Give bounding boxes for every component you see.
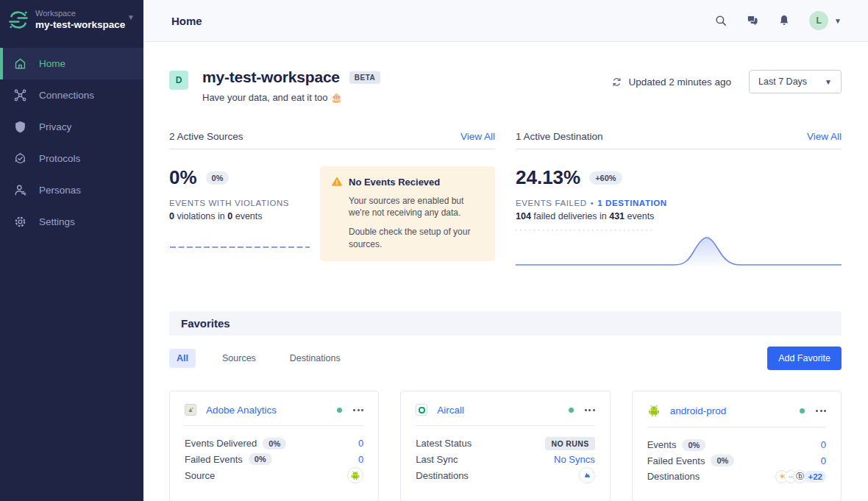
- destinations-view-all-link[interactable]: View All: [807, 131, 842, 142]
- tab-all[interactable]: All: [169, 349, 196, 368]
- card-row: Destinations: [416, 467, 594, 483]
- chat-icon: [746, 14, 759, 27]
- sources-view-all-link[interactable]: View All: [460, 131, 495, 142]
- sidebar-item-personas[interactable]: Personas: [0, 174, 143, 206]
- more-destinations-link[interactable]: +22: [804, 471, 826, 483]
- workspace-subtitle: Have your data, and eat it too 🎂: [202, 92, 380, 103]
- favorite-card-android-prod: android-prod Events 0% 0: [632, 391, 842, 501]
- rate-badge: 0%: [249, 453, 272, 465]
- card-title-link[interactable]: android-prod: [670, 405, 727, 416]
- row-value-link[interactable]: 0: [358, 438, 363, 449]
- add-favorite-button[interactable]: Add Favorite: [767, 347, 842, 370]
- tab-destinations[interactable]: Destinations: [282, 349, 348, 368]
- divider: [647, 427, 826, 427]
- card-menu-button[interactable]: [585, 406, 595, 414]
- destination-count-link[interactable]: 1 DESTINATION: [597, 199, 666, 207]
- overview-panels: 2 Active Sources View All 0% 0% EVENTS W…: [169, 131, 842, 269]
- failed-metric-label: EVENTS FAILED • 1 DESTINATION: [516, 199, 842, 207]
- updated-text: Updated 2 minutes ago: [628, 77, 731, 88]
- status-dot: [337, 408, 342, 413]
- card-row: Latest Status NO RUNS: [416, 436, 594, 452]
- main-area: Home L ▼: [143, 0, 868, 501]
- row-value-link[interactable]: 0: [358, 454, 363, 465]
- page-title: Home: [171, 15, 202, 27]
- violations-metric-label: EVENTS WITH VIOLATIONS: [169, 199, 311, 207]
- favorites-header: Favorites: [169, 311, 842, 335]
- sidebar-item-settings[interactable]: Settings: [0, 206, 143, 238]
- row-value-link[interactable]: 0: [821, 455, 826, 466]
- sidebar-item-label: Privacy: [39, 121, 71, 132]
- tab-sources[interactable]: Sources: [215, 349, 263, 368]
- sources-panel: 2 Active Sources View All 0% 0% EVENTS W…: [169, 131, 495, 269]
- workspace-header: D my-test-workspace BETA Have your data,…: [169, 68, 842, 103]
- favorite-card-aircall: Aircall Latest Status NO RUNS: [400, 391, 610, 501]
- rate-badge: 0%: [711, 455, 734, 466]
- card-title-link[interactable]: Adobe Analytics: [206, 405, 277, 416]
- warning-title: No Events Recieved: [349, 177, 440, 188]
- row-value-link[interactable]: 0: [821, 439, 826, 450]
- favorite-card-adobe-analytics: Adobe Analytics Events Delivered 0% 0: [169, 391, 379, 501]
- chevron-down-icon: ▼: [127, 13, 135, 21]
- failed-delta-badge: +60%: [589, 171, 622, 185]
- rate-badge: 0%: [682, 439, 705, 451]
- sources-count-heading: 2 Active Sources: [169, 131, 243, 142]
- divider: [169, 149, 495, 149]
- destination-logo-icon[interactable]: [579, 467, 595, 483]
- bell-icon: [778, 14, 791, 27]
- sidebar: Workspace my-test-workspace ▼ Home Conne…: [0, 0, 143, 501]
- favorites-title: Favorites: [181, 317, 830, 330]
- android-icon[interactable]: [347, 467, 363, 483]
- destinations-count-heading: 1 Active Destination: [516, 131, 603, 142]
- shield-icon: [13, 120, 27, 134]
- sidebar-item-home[interactable]: Home: [0, 48, 143, 79]
- sources-sparkline: [169, 241, 310, 249]
- card-row: Events Delivered 0% 0: [185, 436, 363, 452]
- search-button[interactable]: [714, 14, 728, 27]
- sidebar-item-connections[interactable]: Connections: [0, 79, 143, 111]
- topbar: Home L ▼: [143, 0, 868, 42]
- workspace-label: Workspace: [35, 9, 118, 19]
- destinations-panel: 1 Active Destination View All 24.13% +60…: [516, 131, 842, 269]
- workspace-name: my-test-workspace: [35, 19, 118, 32]
- chevron-down-icon: ▼: [834, 17, 842, 25]
- divider: [416, 425, 594, 426]
- status-dot: [569, 408, 574, 413]
- notifications-button[interactable]: [778, 14, 791, 27]
- sidebar-item-protocols[interactable]: Protocols: [0, 143, 143, 174]
- workspace-switcher[interactable]: Workspace my-test-workspace ▼: [0, 0, 143, 42]
- card-row: Failed Events 0% 0: [185, 452, 363, 468]
- sidebar-nav: Home Connections Privacy Protocols: [0, 48, 143, 238]
- card-title-link[interactable]: Aircall: [437, 405, 464, 416]
- status-badge: NO RUNS: [545, 437, 594, 450]
- violations-metric-sub: 0 violations in 0 events: [169, 211, 311, 221]
- user-menu[interactable]: L ▼: [809, 11, 842, 30]
- segment-logo-icon: [9, 10, 28, 29]
- card-menu-button[interactable]: [353, 406, 363, 414]
- aircall-icon: [416, 404, 427, 416]
- divider: [516, 149, 842, 149]
- updated-status: Updated 2 minutes ago: [611, 77, 731, 88]
- gear-icon: [13, 215, 27, 229]
- chat-button[interactable]: [746, 14, 759, 27]
- violations-metric-value: 0%: [169, 166, 197, 189]
- android-icon: [647, 404, 661, 417]
- favorites-section: Favorites All Sources Destinations Add F…: [169, 311, 842, 501]
- date-range-select[interactable]: Last 7 Days ▼: [749, 70, 842, 93]
- card-menu-button[interactable]: [816, 407, 826, 415]
- sidebar-item-privacy[interactable]: Privacy: [0, 111, 143, 143]
- search-icon: [714, 14, 728, 27]
- card-row: Events 0% 0: [647, 437, 826, 453]
- destination-avatars: +22: [775, 470, 826, 483]
- row-value-link[interactable]: No Syncs: [554, 454, 595, 465]
- adobe-analytics-icon: [185, 404, 196, 416]
- refresh-icon[interactable]: [611, 77, 622, 88]
- connections-icon: [13, 88, 27, 102]
- warning-line-2: Double check the setup of your sources.: [349, 226, 484, 249]
- card-row: Destinations +22: [647, 469, 826, 485]
- warning-line-1: Your sources are enabled but we're not r…: [349, 195, 484, 218]
- card-row: Last Sync No Syncs: [416, 452, 594, 468]
- workspace-avatar: D: [169, 71, 188, 90]
- chevron-down-icon: ▼: [825, 78, 832, 86]
- no-events-warning: No Events Recieved Your sources are enab…: [320, 166, 495, 261]
- content: D my-test-workspace BETA Have your data,…: [143, 42, 868, 501]
